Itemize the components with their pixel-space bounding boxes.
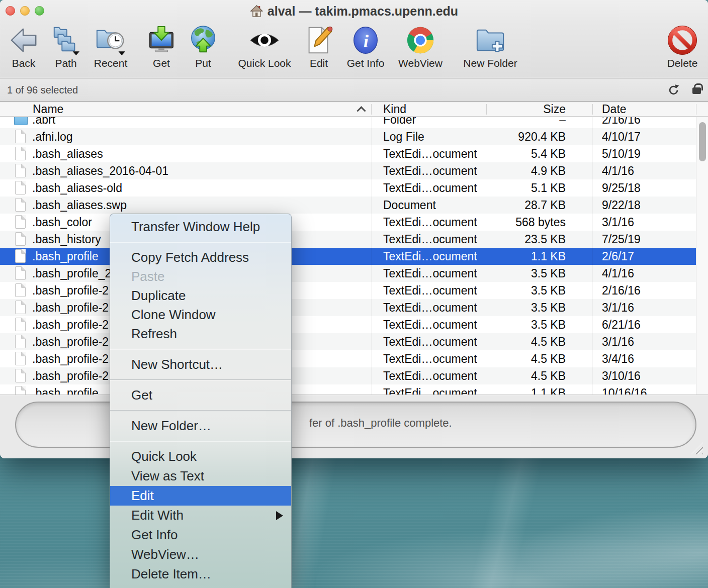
resize-grip[interactable]	[691, 442, 703, 454]
selection-count: 1 of 96 selected	[7, 79, 78, 102]
file-name: .bash_profile	[32, 384, 99, 395]
table-row[interactable]: .bash_historyTextEdi…ocument23.5 KB7/25/…	[0, 231, 696, 248]
file-name: .abrt	[32, 117, 55, 128]
menu-item-clone-window[interactable]: Clone Window	[110, 305, 291, 324]
file-icon	[15, 335, 26, 348]
table-row[interactable]: .bash_profile-2TextEdi…ocument3.5 KB2/16…	[0, 282, 696, 299]
menu-item-quick-look[interactable]: Quick Look	[110, 447, 291, 466]
table-row[interactable]: .bash_aliases.swpDocument28.7 KB9/22/18	[0, 197, 696, 214]
table-row[interactable]: .bash_aliasesTextEdi…ocument5.4 KB5/10/1…	[0, 145, 696, 162]
file-name: .bash_color	[32, 214, 92, 231]
menu-item-label: Paste	[131, 269, 165, 284]
table-row[interactable]: .bash_profile-2TextEdi…ocument3.5 KB3/1/…	[0, 299, 696, 316]
menu-item-get[interactable]: Get	[110, 385, 291, 405]
delete-button[interactable]: Delete	[665, 25, 700, 75]
file-date: 4/1/16	[602, 162, 634, 179]
menu-item-label: Delete Item…	[131, 566, 211, 582]
file-size: –	[455, 117, 566, 128]
toolbar-label: Get Info	[347, 57, 385, 69]
webview-button[interactable]: WebView	[394, 25, 447, 75]
menu-item-label: Get Info	[131, 527, 178, 543]
menu-item-webview[interactable]: WebView…	[110, 545, 291, 564]
file-name: .bash_aliases_2016-04-01	[32, 162, 168, 179]
table-row[interactable]: .bash_profile-2TextEdi…ocument3.5 KB6/21…	[0, 316, 696, 333]
file-name: .bash_profile-2	[32, 350, 109, 367]
file-icon	[15, 249, 26, 263]
column-header-name[interactable]: Name	[33, 103, 63, 116]
file-size: 3.5 KB	[455, 265, 566, 282]
file-name: .bash_profile	[32, 248, 99, 265]
menu-item-edit[interactable]: Edit	[110, 486, 291, 506]
table-row[interactable]: .bash_profile_2TextEdi…ocument3.5 KB4/1/…	[0, 265, 696, 282]
zoom-button[interactable]	[35, 6, 44, 16]
back-button[interactable]: Back	[6, 25, 41, 75]
file-icon	[15, 352, 26, 365]
edit-button[interactable]: Edit	[301, 25, 336, 75]
menu-item-new-shortcut[interactable]: New Shortcut…	[110, 355, 291, 374]
new-folder-button[interactable]: New Folder	[459, 25, 522, 75]
menu-separator	[110, 236, 291, 248]
file-kind: Log File	[383, 128, 424, 145]
menu-item-edit-with[interactable]: Edit With	[110, 506, 291, 525]
toolbar-label: Delete	[667, 57, 698, 69]
table-row[interactable]: .bash_profile-2TextEdi…ocument4.5 KB3/10…	[0, 367, 696, 384]
refresh-icon[interactable]	[667, 83, 680, 99]
traffic-lights	[6, 6, 44, 16]
menu-separator	[110, 343, 291, 355]
table-row[interactable]: .abrtFolder–2/16/16	[0, 117, 696, 128]
context-menu: Transfer Window HelpCopy Fetch AddressPa…	[110, 214, 292, 588]
toolbar-label: Edit	[310, 57, 328, 69]
menu-item-get-info[interactable]: Get Info	[110, 525, 291, 545]
file-kind: Folder	[383, 117, 416, 128]
menu-item-new-folder[interactable]: New Folder…	[110, 416, 291, 435]
table-row[interactable]: .afni.logLog File920.4 KB4/10/17	[0, 128, 696, 145]
scrollbar-track[interactable]	[696, 117, 708, 395]
table-row[interactable]: .bash_colorTextEdi…ocument568 bytes3/1/1…	[0, 214, 696, 231]
column-divider	[371, 117, 372, 395]
file-name: .bash_profile-2	[32, 316, 109, 333]
file-size: 4.5 KB	[455, 367, 566, 384]
menu-item-label: Copy Fetch Address	[131, 250, 249, 265]
menu-item-view-as-text[interactable]: View as Text	[110, 466, 291, 486]
quick-look-button[interactable]: Quick Look	[233, 25, 296, 75]
table-row[interactable]: .bash_profileTextEdi…ocument1.1 KB10/16/…	[0, 384, 696, 395]
put-button[interactable]: Put	[186, 25, 221, 75]
file-date: 6/21/16	[602, 316, 641, 333]
get-button[interactable]: Get	[144, 25, 179, 75]
menu-item-transfer-window-help[interactable]: Transfer Window Help	[110, 217, 291, 236]
lock-icon[interactable]	[692, 87, 701, 94]
file-name: .bash_profile-2	[32, 299, 109, 316]
table-row[interactable]: .bash_profile-2TextEdi…ocument4.5 KB3/4/…	[0, 350, 696, 367]
info-icon: i	[350, 25, 381, 56]
folder-icon	[14, 117, 28, 125]
file-size: 4.5 KB	[455, 333, 566, 350]
table-row[interactable]: .bash_aliases_2016-04-01TextEdi…ocument4…	[0, 162, 696, 179]
file-date: 3/1/16	[602, 333, 634, 350]
menu-item-label: New Folder…	[131, 418, 211, 434]
window-title-text: alval — takim.pmacs.upenn.edu	[268, 4, 458, 19]
scrollbar-thumb[interactable]	[699, 122, 706, 161]
column-header-size[interactable]: Size	[455, 103, 566, 116]
file-date: 3/4/16	[602, 350, 634, 367]
menu-item-duplicate[interactable]: Duplicate	[110, 286, 291, 305]
minimize-button[interactable]	[20, 6, 30, 16]
transfer-status-text: fer of .bash_profile complete.	[309, 417, 452, 430]
page-pencil-icon	[303, 25, 334, 56]
menu-item-label: Quick Look	[131, 449, 197, 464]
menu-separator	[110, 405, 291, 416]
menu-item-delete-item[interactable]: Delete Item…	[110, 564, 291, 584]
column-header-kind[interactable]: Kind	[383, 103, 406, 116]
get-info-button[interactable]: i Get Info	[342, 25, 389, 75]
path-button[interactable]: Path	[48, 25, 83, 75]
file-size: 920.4 KB	[455, 128, 566, 145]
recent-button[interactable]: Recent	[86, 25, 135, 75]
table-row[interactable]: .bash_aliases-oldTextEdi…ocument5.1 KB9/…	[0, 179, 696, 197]
file-date: 3/1/16	[602, 299, 634, 316]
table-row[interactable]: .bash_profile-2TextEdi…ocument4.5 KB3/1/…	[0, 333, 696, 350]
table-row[interactable]: .bash_profileTextEdi…ocument1.1 KB2/6/17	[0, 248, 696, 265]
close-button[interactable]	[6, 6, 15, 16]
file-list: .abrtFolder–2/16/16.afni.logLog File920.…	[0, 117, 696, 395]
menu-item-copy-fetch-address[interactable]: Copy Fetch Address	[110, 248, 291, 267]
column-header-date[interactable]: Date	[602, 103, 627, 116]
menu-item-refresh[interactable]: Refresh	[110, 324, 291, 343]
